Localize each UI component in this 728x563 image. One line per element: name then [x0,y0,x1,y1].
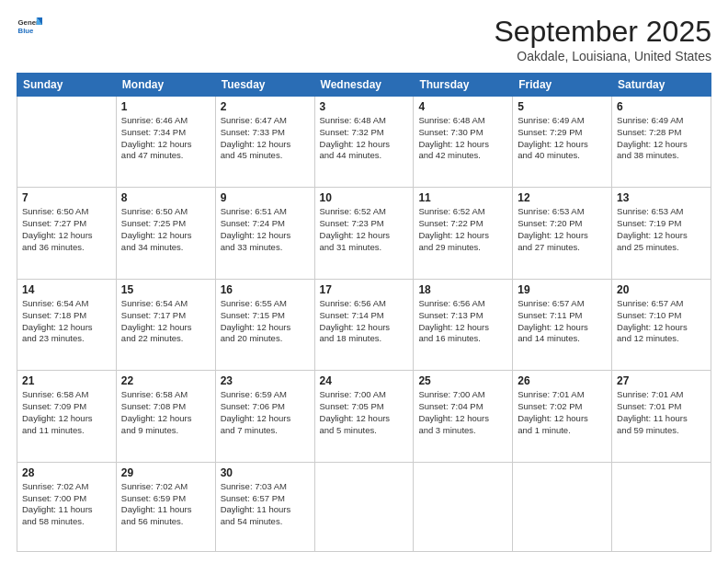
day-info: Sunrise: 6:53 AMSunset: 7:20 PMDaylight:… [518,206,607,253]
day-info: Sunrise: 6:57 AMSunset: 7:11 PMDaylight:… [518,298,607,345]
month-title: September 2025 [494,15,711,49]
day-number: 17 [320,283,409,296]
day-number: 24 [320,374,409,387]
table-row: 24Sunrise: 7:00 AMSunset: 7:05 PMDayligh… [314,371,414,462]
day-info: Sunrise: 6:51 AMSunset: 7:24 PMDaylight:… [221,206,310,253]
day-number: 10 [320,191,409,204]
table-row: 20Sunrise: 6:57 AMSunset: 7:10 PMDayligh… [612,279,711,370]
day-number: 8 [121,191,210,204]
table-row: 23Sunrise: 6:59 AMSunset: 7:06 PMDayligh… [215,371,314,462]
day-number: 14 [22,283,111,296]
day-number: 6 [617,100,706,113]
day-info: Sunrise: 6:56 AMSunset: 7:13 PMDaylight:… [418,298,507,345]
table-row [612,462,711,551]
table-row [513,462,612,551]
page: General Blue September 2025 Oakdale, Lou… [0,0,728,563]
day-number: 29 [121,466,210,479]
day-number: 7 [22,191,111,204]
table-row: 13Sunrise: 6:53 AMSunset: 7:19 PMDayligh… [612,188,711,279]
calendar-header-row: Sunday Monday Tuesday Wednesday Thursday… [17,74,711,97]
table-row [17,97,117,188]
day-number: 11 [418,191,507,204]
logo-icon: General Blue [17,15,42,40]
table-row: 30Sunrise: 7:03 AMSunset: 6:57 PMDayligh… [215,462,314,551]
table-row: 27Sunrise: 7:01 AMSunset: 7:01 PMDayligh… [612,371,711,462]
day-info: Sunrise: 6:59 AMSunset: 7:06 PMDaylight:… [221,389,310,436]
col-saturday: Saturday [612,74,711,97]
day-number: 1 [121,100,210,113]
day-info: Sunrise: 6:49 AMSunset: 7:28 PMDaylight:… [617,115,706,162]
day-info: Sunrise: 6:58 AMSunset: 7:09 PMDaylight:… [22,389,111,436]
table-row: 18Sunrise: 6:56 AMSunset: 7:13 PMDayligh… [414,279,513,370]
col-thursday: Thursday [414,74,513,97]
day-info: Sunrise: 6:48 AMSunset: 7:32 PMDaylight:… [320,115,409,162]
day-info: Sunrise: 6:53 AMSunset: 7:19 PMDaylight:… [617,206,706,253]
table-row [414,462,513,551]
table-row: 15Sunrise: 6:54 AMSunset: 7:17 PMDayligh… [116,279,215,370]
table-row: 7Sunrise: 6:50 AMSunset: 7:27 PMDaylight… [17,188,117,279]
table-row: 5Sunrise: 6:49 AMSunset: 7:29 PMDaylight… [513,97,612,188]
day-info: Sunrise: 6:57 AMSunset: 7:10 PMDaylight:… [617,298,706,345]
day-number: 21 [22,374,111,387]
calendar-table: Sunday Monday Tuesday Wednesday Thursday… [17,73,711,552]
day-number: 15 [121,283,210,296]
table-row: 10Sunrise: 6:52 AMSunset: 7:23 PMDayligh… [314,188,414,279]
col-monday: Monday [116,74,215,97]
table-row [314,462,414,551]
table-row: 26Sunrise: 7:01 AMSunset: 7:02 PMDayligh… [513,371,612,462]
table-row: 9Sunrise: 6:51 AMSunset: 7:24 PMDaylight… [215,188,314,279]
table-row: 8Sunrise: 6:50 AMSunset: 7:25 PMDaylight… [116,188,215,279]
day-number: 30 [221,466,310,479]
day-info: Sunrise: 7:03 AMSunset: 6:57 PMDaylight:… [221,481,310,528]
col-wednesday: Wednesday [314,74,414,97]
day-number: 4 [418,100,507,113]
day-info: Sunrise: 7:00 AMSunset: 7:05 PMDaylight:… [320,389,409,436]
day-info: Sunrise: 6:47 AMSunset: 7:33 PMDaylight:… [221,115,310,162]
table-row: 3Sunrise: 6:48 AMSunset: 7:32 PMDaylight… [314,97,414,188]
col-friday: Friday [513,74,612,97]
day-number: 27 [617,374,706,387]
table-row: 21Sunrise: 6:58 AMSunset: 7:09 PMDayligh… [17,371,117,462]
subtitle: Oakdale, Louisiana, United States [494,49,711,63]
day-number: 20 [617,283,706,296]
table-row: 1Sunrise: 6:46 AMSunset: 7:34 PMDaylight… [116,97,215,188]
day-info: Sunrise: 6:46 AMSunset: 7:34 PMDaylight:… [121,115,210,162]
day-info: Sunrise: 6:52 AMSunset: 7:23 PMDaylight:… [320,206,409,253]
day-info: Sunrise: 6:49 AMSunset: 7:29 PMDaylight:… [518,115,607,162]
day-info: Sunrise: 6:54 AMSunset: 7:18 PMDaylight:… [22,298,111,345]
table-row: 14Sunrise: 6:54 AMSunset: 7:18 PMDayligh… [17,279,117,370]
day-number: 5 [518,100,607,113]
table-row: 22Sunrise: 6:58 AMSunset: 7:08 PMDayligh… [116,371,215,462]
day-info: Sunrise: 6:50 AMSunset: 7:25 PMDaylight:… [121,206,210,253]
day-info: Sunrise: 6:52 AMSunset: 7:22 PMDaylight:… [418,206,507,253]
day-info: Sunrise: 7:00 AMSunset: 7:04 PMDaylight:… [418,389,507,436]
day-number: 22 [121,374,210,387]
day-number: 26 [518,374,607,387]
table-row: 19Sunrise: 6:57 AMSunset: 7:11 PMDayligh… [513,279,612,370]
day-info: Sunrise: 6:55 AMSunset: 7:15 PMDaylight:… [221,298,310,345]
day-info: Sunrise: 7:01 AMSunset: 7:01 PMDaylight:… [617,389,706,436]
table-row: 2Sunrise: 6:47 AMSunset: 7:33 PMDaylight… [215,97,314,188]
col-sunday: Sunday [17,74,117,97]
day-number: 2 [221,100,310,113]
table-row: 16Sunrise: 6:55 AMSunset: 7:15 PMDayligh… [215,279,314,370]
header: General Blue September 2025 Oakdale, Lou… [17,15,711,63]
svg-text:Blue: Blue [18,27,35,35]
day-info: Sunrise: 6:56 AMSunset: 7:14 PMDaylight:… [320,298,409,345]
table-row: 11Sunrise: 6:52 AMSunset: 7:22 PMDayligh… [414,188,513,279]
day-info: Sunrise: 7:02 AMSunset: 7:00 PMDaylight:… [22,481,111,528]
day-number: 19 [518,283,607,296]
day-number: 3 [320,100,409,113]
day-info: Sunrise: 7:01 AMSunset: 7:02 PMDaylight:… [518,389,607,436]
title-block: September 2025 Oakdale, Louisiana, Unite… [494,15,711,63]
table-row: 17Sunrise: 6:56 AMSunset: 7:14 PMDayligh… [314,279,414,370]
day-number: 9 [221,191,310,204]
day-info: Sunrise: 6:48 AMSunset: 7:30 PMDaylight:… [418,115,507,162]
day-info: Sunrise: 6:50 AMSunset: 7:27 PMDaylight:… [22,206,111,253]
table-row: 25Sunrise: 7:00 AMSunset: 7:04 PMDayligh… [414,371,513,462]
day-info: Sunrise: 7:02 AMSunset: 6:59 PMDaylight:… [121,481,210,528]
day-number: 18 [418,283,507,296]
table-row: 4Sunrise: 6:48 AMSunset: 7:30 PMDaylight… [414,97,513,188]
day-number: 13 [617,191,706,204]
table-row: 12Sunrise: 6:53 AMSunset: 7:20 PMDayligh… [513,188,612,279]
